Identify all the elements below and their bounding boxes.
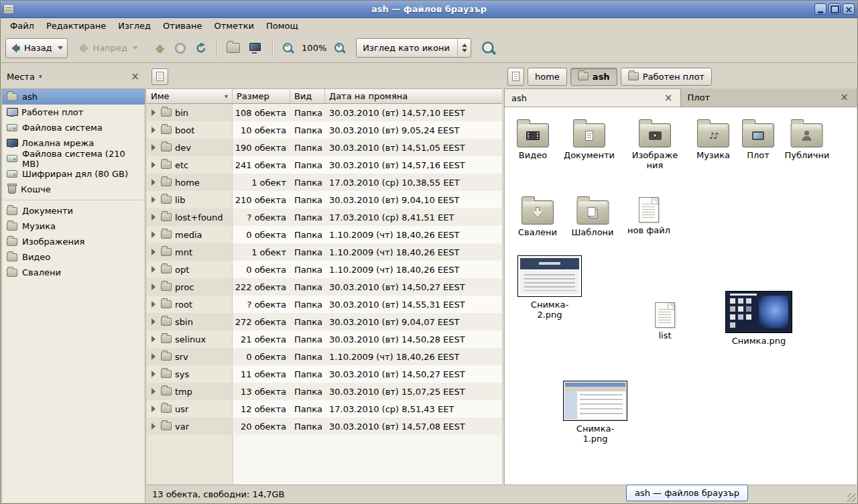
expander-icon[interactable] — [151, 318, 156, 325]
icon-item-list-file[interactable]: list — [655, 300, 675, 341]
expander-icon[interactable] — [151, 353, 156, 360]
pathbar-root-button[interactable] — [507, 68, 524, 86]
expander-icon[interactable] — [151, 179, 156, 186]
sidebar-title[interactable]: Места — [7, 72, 35, 82]
pathbar-current-button[interactable]: ash — [570, 68, 617, 86]
table-row-dev[interactable]: dev 190 обекта Папка 30.03.2010 (вт) 14,… — [147, 139, 502, 156]
icon-item-video[interactable]: Видео — [517, 119, 549, 161]
icon-item-snimka2[interactable]: Снимка-2.png — [517, 255, 582, 320]
table-row-etc[interactable]: etc 241 обекта Папка 30.03.2010 (вт) 14,… — [147, 156, 502, 174]
zoom-in-button[interactable]: + — [329, 38, 351, 58]
icon-view[interactable]: Видео Документи Изображения Музика Плот … — [504, 107, 857, 485]
table-row-media[interactable]: media 0 обекта Папка 1.10.2009 (чт) 18,4… — [147, 226, 502, 243]
table-row-proc[interactable]: proc 222 обекта Папка 30.03.2010 (вт) 14… — [147, 278, 502, 296]
expander-icon[interactable] — [151, 196, 156, 203]
icon-item-new-file[interactable]: нов файл — [627, 195, 670, 236]
tab-ash[interactable]: ash — [504, 88, 681, 107]
view-mode-select[interactable]: Изглед като икони — [356, 38, 471, 58]
column-header-type[interactable]: Вид — [290, 89, 325, 103]
table-row-usr[interactable]: usr 12 обекта Папка 17.03.2010 (ср) 8,51… — [147, 400, 502, 418]
expander-icon[interactable] — [151, 371, 156, 377]
close-button[interactable] — [843, 3, 855, 15]
menu-bookmarks[interactable]: Отметки — [208, 19, 259, 33]
sidebar-item-filesystem-210mb[interactable]: Файлова система (210 MB) — [2, 151, 145, 166]
table-row-opt[interactable]: opt 0 обекта Папка 1.10.2009 (чт) 18,40,… — [147, 261, 502, 278]
icon-item-music[interactable]: Музика — [696, 119, 730, 161]
expander-icon[interactable] — [151, 249, 156, 255]
zoom-out-button[interactable]: − — [278, 38, 299, 58]
table-row-bin[interactable]: bin 108 обекта Папка 30.03.2010 (вт) 14,… — [147, 104, 502, 121]
table-row-sbin[interactable]: sbin 272 обекта Папка 30.03.2010 (вт) 9,… — [147, 313, 502, 330]
expander-icon[interactable] — [151, 162, 156, 168]
expander-icon[interactable] — [151, 144, 156, 151]
table-row-boot[interactable]: boot 10 обекта Папка 30.03.2010 (вт) 9,0… — [147, 121, 502, 139]
menu-edit[interactable]: Редактиране — [40, 19, 112, 33]
column-header-date[interactable]: Дата на промяна — [325, 89, 502, 103]
icon-item-public[interactable]: Публични — [785, 119, 830, 161]
stop-button[interactable] — [170, 38, 190, 58]
sidebar-item-music[interactable]: Музика — [2, 218, 145, 234]
titlebar[interactable]: ash — файлов браузър — [1, 1, 857, 18]
table-row-mnt[interactable]: mnt 1 обект Папка 1.10.2009 (чт) 18,40,2… — [147, 243, 502, 261]
icon-item-documents[interactable]: Документи — [564, 119, 615, 161]
sidebar-item-downloads[interactable]: Свалени — [2, 265, 145, 280]
sidebar-close-button[interactable] — [130, 72, 140, 82]
sidebar-item-videos[interactable]: Видео — [2, 249, 145, 265]
menu-go[interactable]: Отиване — [157, 19, 208, 33]
pathbar-desktop-button[interactable]: Работен плот — [621, 68, 712, 86]
menu-help[interactable]: Помощ — [260, 19, 304, 33]
sidebar-item-encrypted-80gb[interactable]: Шифриран дял (80 GB) — [2, 166, 145, 182]
icon-item-desktop-folder[interactable]: Плот — [742, 119, 774, 161]
sidebar-item-trash[interactable]: Кошче — [2, 182, 145, 197]
table-row-lost-found[interactable]: lost+found ? обекта Папка 17.03.2010 (ср… — [147, 208, 502, 226]
table-row-selinux[interactable]: selinux 21 обекта Папка 30.03.2010 (вт) … — [147, 330, 502, 348]
expander-icon[interactable] — [151, 284, 156, 290]
icon-item-snimka[interactable]: Снимка.png — [725, 291, 792, 346]
back-dropdown-icon[interactable] — [58, 46, 63, 50]
up-button[interactable] — [149, 38, 170, 58]
expander-icon[interactable] — [151, 127, 156, 133]
menu-file[interactable]: Файл — [4, 19, 40, 33]
expander-icon[interactable] — [151, 405, 156, 412]
pane-location-button[interactable] — [151, 68, 168, 85]
table-row-tmp[interactable]: tmp 13 обекта Папка 30.03.2010 (вт) 15,0… — [147, 383, 502, 400]
expander-icon[interactable] — [151, 388, 156, 395]
expander-icon[interactable] — [151, 336, 156, 342]
tab-desktop[interactable]: Плот — [681, 88, 857, 107]
home-button[interactable] — [222, 38, 245, 58]
sidebar-item-filesystem[interactable]: Файлова система — [2, 120, 145, 135]
icon-item-snimka1[interactable]: Снимка-1.png — [563, 381, 627, 444]
expander-icon[interactable] — [151, 301, 156, 308]
pathbar-home-button[interactable]: home — [528, 68, 567, 86]
search-button[interactable] — [478, 38, 499, 58]
expander-icon[interactable] — [151, 266, 156, 273]
tab-close-button[interactable] — [839, 92, 849, 103]
sidebar-item-documents[interactable]: Документи — [2, 203, 145, 218]
sidebar-item-pictures[interactable]: Изображения — [2, 234, 145, 249]
menu-view[interactable]: Изглед — [112, 19, 157, 33]
sidebar-item-desktop[interactable]: Работен плот — [2, 105, 145, 120]
forward-button[interactable]: Напред — [74, 38, 143, 58]
table-row-var[interactable]: var 20 обекта Папка 30.03.2010 (вт) 14,5… — [147, 418, 502, 435]
table-row-srv[interactable]: srv 0 обекта Папка 1.10.2009 (чт) 18,40,… — [147, 348, 502, 365]
table-row-root[interactable]: root ? обекта Папка 30.03.2010 (вт) 14,5… — [147, 296, 502, 313]
table-row-home[interactable]: home 1 обект Папка 17.03.2010 (ср) 10,38… — [147, 174, 502, 191]
column-header-size[interactable]: Размер — [233, 89, 290, 103]
expander-icon[interactable] — [151, 423, 156, 430]
table-row-sys[interactable]: sys 11 обекта Папка 30.03.2010 (вт) 14,5… — [147, 365, 502, 383]
minimize-button[interactable] — [814, 3, 826, 15]
table-row-lib[interactable]: lib 210 обекта Папка 30.03.2010 (вт) 9,0… — [147, 191, 502, 208]
icon-item-templates[interactable]: Шаблони — [571, 196, 613, 238]
sidebar-chevron-icon[interactable] — [39, 73, 42, 80]
reload-button[interactable] — [190, 38, 212, 58]
resize-grip[interactable] — [847, 493, 856, 502]
expander-icon[interactable] — [151, 214, 156, 220]
expander-icon[interactable] — [151, 231, 156, 238]
icon-item-pictures[interactable]: Изображения — [631, 119, 679, 171]
icon-item-downloads[interactable]: Свалени — [518, 196, 557, 238]
computer-button[interactable] — [245, 38, 267, 58]
back-button[interactable]: Назад — [5, 38, 68, 58]
tab-close-button[interactable] — [664, 93, 674, 103]
sidebar-item-ash[interactable]: ash — [2, 89, 145, 105]
expander-icon[interactable] — [151, 109, 156, 116]
